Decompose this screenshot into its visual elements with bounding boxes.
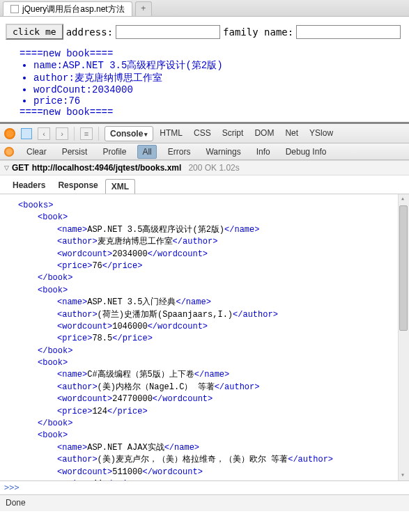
cmd-prompt: >>>: [4, 483, 20, 492]
xml-line: <name>ASP.NET 3.5高级程序设计(第2版)</name>: [18, 224, 401, 236]
address-input[interactable]: [116, 25, 220, 39]
request-row[interactable]: ▽ GET http://localhost:4946/jqtest/books…: [0, 160, 409, 175]
xml-line: <wordcount>24770000</wordcount>: [18, 393, 401, 405]
separator: [74, 127, 75, 141]
book-item: name:ASP.NET 3.5高级程序设计(第2版): [33, 59, 403, 72]
firebug-main-toolbar: ‹ › ≡ ConsoleHTMLCSSScriptDOMNetYSlow: [0, 124, 409, 143]
nav-menu-button[interactable]: ≡: [80, 127, 93, 140]
family-name-label: family name:: [223, 26, 293, 38]
separator: [98, 127, 99, 141]
family-name-input[interactable]: [296, 25, 401, 39]
xml-line: <book>: [18, 357, 401, 369]
xml-line: <name>ASP.NET AJAX实战</name>: [18, 442, 401, 454]
book-header: ====new book====: [20, 48, 403, 59]
http-method: GET: [12, 163, 29, 173]
xml-line: <name>C#高级编程（第5版）上下卷</name>: [18, 369, 401, 381]
detail-tab-headers[interactable]: Headers: [7, 178, 51, 194]
address-label: address:: [66, 26, 113, 38]
subtab-all[interactable]: All: [137, 145, 156, 159]
book-output: ====new book==== name:ASP.NET 3.5高级程序设计(…: [20, 48, 403, 118]
new-tab-button[interactable]: +: [135, 1, 152, 16]
inspect-icon[interactable]: [21, 128, 32, 139]
xml-response-view: <books><book><name>ASP.NET 3.5高级程序设计(第2版…: [0, 194, 409, 480]
break-icon[interactable]: [4, 147, 14, 157]
firebug-icon[interactable]: [4, 128, 15, 139]
panel-tabs: ConsoleHTMLCSSScriptDOMNetYSlow: [105, 126, 338, 141]
xml-line: </book>: [18, 418, 401, 430]
subtab-persist[interactable]: Persist: [58, 146, 92, 158]
http-url: http://localhost:4946/jqtest/books.xml: [32, 163, 182, 173]
book-item: author:麦克唐纳博思工作室: [33, 72, 403, 84]
subtab-profile[interactable]: Profile: [98, 146, 130, 158]
toggle-icon[interactable]: ▽: [4, 164, 9, 171]
tab-title: jQuery调用后台asp.net方法: [22, 3, 125, 15]
xml-line: </book>: [18, 272, 401, 284]
xml-line: <price>44</price>: [18, 478, 401, 480]
status-text: Done: [6, 498, 26, 508]
subtab-debug-info[interactable]: Debug Info: [281, 146, 331, 158]
status-bar: Done: [0, 494, 409, 511]
xml-line: <price>124</price>: [18, 406, 401, 418]
xml-line: </book>: [18, 345, 401, 357]
panel-tab-console[interactable]: Console: [105, 126, 153, 141]
subtab-info[interactable]: Info: [252, 146, 275, 158]
scrollbar[interactable]: [398, 194, 409, 480]
xml-line: <price>78.5</price>: [18, 333, 401, 345]
xml-line: <author>麦克唐纳博思工作室</author>: [18, 236, 401, 248]
console-subtabs: ClearPersistProfileAllErrorsWarningsInfo…: [22, 145, 330, 159]
xml-line: <books>: [18, 200, 401, 212]
command-line[interactable]: >>>: [0, 480, 409, 494]
page-favicon: [10, 5, 19, 13]
browser-tab[interactable]: jQuery调用后台asp.net方法: [3, 1, 132, 16]
subtab-warnings[interactable]: Warnings: [201, 146, 245, 158]
xml-line: <price>76</price>: [18, 260, 401, 272]
click-me-button[interactable]: click me: [6, 24, 63, 40]
panel-tab-css[interactable]: CSS: [189, 126, 216, 141]
nav-forward-button[interactable]: ›: [56, 127, 68, 140]
detail-tab-xml[interactable]: XML: [105, 179, 135, 194]
browser-tab-bar: jQuery调用后台asp.net方法 +: [0, 0, 409, 17]
panel-tab-net[interactable]: Net: [280, 126, 303, 141]
xml-line: <wordcount>511000</wordcount>: [18, 467, 401, 478]
xml-line: <book>: [18, 430, 401, 441]
nav-back-button[interactable]: ‹: [38, 127, 50, 140]
book-item: price:76: [33, 95, 403, 107]
xml-line: <author>(美)麦克卢尔，（美）格拉维奇，（美）欧尔 等著</author…: [18, 454, 401, 466]
detail-tabs: HeadersResponseXML: [0, 175, 409, 194]
panel-tab-yslow[interactable]: YSlow: [304, 126, 338, 141]
subtab-clear[interactable]: Clear: [22, 146, 51, 158]
xml-line: <author>(荷兰)史潘加斯(Spaanjaars,I.)</author>: [18, 309, 401, 321]
book-footer: ====new book====: [20, 107, 403, 118]
firebug-sub-toolbar: ClearPersistProfileAllErrorsWarningsInfo…: [0, 143, 409, 160]
xml-line: <book>: [18, 285, 401, 297]
page-content: click me address: family name: ====new b…: [0, 17, 409, 122]
xml-line: <book>: [18, 212, 401, 224]
xml-line: <wordcount>1046000</wordcount>: [18, 321, 401, 333]
scrollbar-thumb[interactable]: [399, 205, 408, 331]
subtab-errors[interactable]: Errors: [164, 146, 195, 158]
xml-line: <author>(美)内格尔（Nagel.C） 等著</author>: [18, 382, 401, 393]
xml-line: <name>ASP.NET 3.5入门经典</name>: [18, 297, 401, 308]
http-status: 200 OK 1.02s: [188, 163, 239, 173]
panel-tab-script[interactable]: Script: [217, 126, 249, 141]
panel-tab-dom[interactable]: DOM: [249, 126, 279, 141]
detail-tab-response[interactable]: Response: [52, 178, 103, 194]
book-item: wordCount:2034000: [33, 84, 403, 95]
panel-tab-html[interactable]: HTML: [155, 126, 187, 141]
xml-line: <wordcount>2034000</wordcount>: [18, 249, 401, 260]
